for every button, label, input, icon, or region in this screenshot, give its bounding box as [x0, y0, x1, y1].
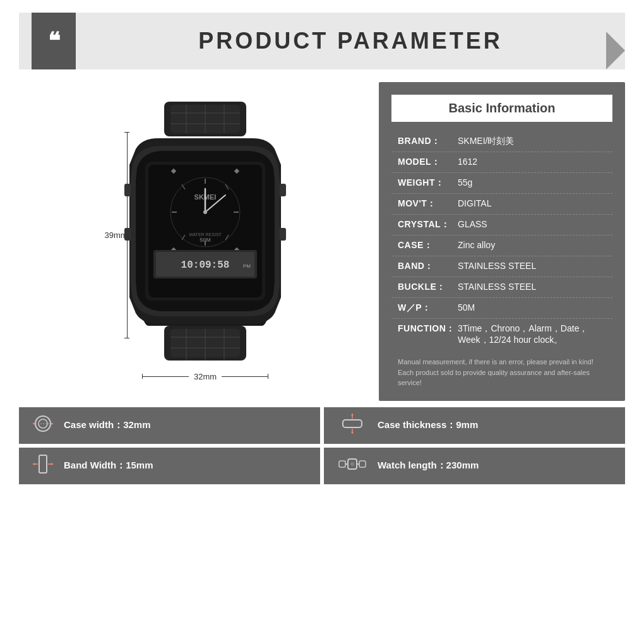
svg-marker-46 — [33, 422, 35, 425]
spec-value-5: Zinc alloy — [458, 240, 606, 250]
svg-rect-61 — [348, 459, 357, 469]
case-thickness-value: 9mm — [456, 419, 478, 430]
spec-label-5: CASE： — [398, 240, 458, 251]
case-width-bar: Case width：32mm — [19, 407, 320, 444]
watch-svg: SKMEI — [110, 102, 300, 367]
svg-rect-50 — [343, 420, 362, 427]
case-width-value: 32mm — [123, 419, 150, 430]
spec-row-6: BAND：STAINLESS STEEL — [391, 256, 612, 277]
svg-text:50M: 50M — [200, 237, 211, 243]
spec-label-7: BUCKLE： — [398, 282, 458, 293]
page-header: ❝ PRODUCT PARAMETER — [19, 13, 625, 69]
spec-label-0: BRAND： — [398, 136, 458, 147]
bottom-measurements: Case width：32mm Case thickness：9mm — [19, 407, 625, 484]
band-width-icon — [32, 453, 54, 479]
watch-length-label: Watch length： — [378, 460, 446, 470]
watch-length-icon — [337, 453, 368, 479]
svg-rect-60 — [339, 461, 345, 467]
svg-text:WATER RESIST: WATER RESIST — [189, 232, 222, 237]
spec-value-3: DIGITAL — [458, 198, 606, 208]
specs-panel: Basic Information BRAND：SKMEI/时刻美MODEL：1… — [379, 82, 625, 401]
svg-point-29 — [203, 210, 207, 214]
spec-row-0: BRAND：SKMEI/时刻美 — [391, 131, 612, 152]
case-width-icon — [32, 412, 54, 439]
spec-value-4: GLASS — [458, 219, 606, 229]
spec-row-3: MOV'T：DIGITAL — [391, 194, 612, 215]
case-thickness-icon — [337, 412, 368, 439]
spec-value-1: 1612 — [458, 157, 606, 167]
spec-row-2: WEIGHT：55g — [391, 173, 612, 194]
spec-row-5: CASE：Zinc alloy — [391, 236, 612, 256]
svg-point-65 — [351, 463, 354, 465]
svg-rect-62 — [359, 461, 366, 467]
spec-value-9: 3Time，Chrono，Alarm，Date，Week，12/24 hour … — [458, 323, 606, 346]
spec-row-7: BUCKLE：STAINLESS STEEL — [391, 277, 612, 298]
case-thickness-text: Case thickness：9mm — [378, 419, 478, 431]
spec-label-1: MODEL： — [398, 157, 458, 168]
spec-label-3: MOV'T： — [398, 198, 458, 210]
svg-marker-52 — [351, 414, 354, 415]
specs-note: Manual measurement, if there is an error… — [391, 357, 612, 388]
watch-section: 39mm — [19, 82, 366, 401]
spec-row-8: W／P：50M — [391, 298, 612, 319]
band-width-text: Band Width：15mm — [64, 460, 153, 472]
band-width-label: Band Width： — [64, 460, 126, 470]
specs-title: Basic Information — [391, 95, 612, 122]
svg-rect-55 — [39, 455, 47, 473]
band-width-value: 15mm — [126, 460, 153, 470]
spec-label-4: CRYSTAL： — [398, 219, 458, 230]
spec-label-8: W／P： — [398, 302, 458, 314]
svg-text:PM: PM — [243, 263, 251, 269]
spec-row-9: FUNCTION：3Time，Chrono，Alarm，Date，Week，12… — [391, 319, 612, 350]
spec-row-1: MODEL：1612 — [391, 152, 612, 173]
page-title: PRODUCT PARAMETER — [88, 28, 612, 54]
case-thickness-bar: Case thickness：9mm — [324, 407, 625, 444]
spec-value-2: 55g — [458, 177, 606, 188]
header-arrow-decoration — [606, 32, 625, 69]
svg-marker-48 — [51, 422, 53, 425]
case-thickness-label: Case thickness： — [378, 419, 456, 430]
spec-row-4: CRYSTAL：GLASS — [391, 215, 612, 236]
watch-length-value: 230mm — [446, 460, 479, 470]
main-content: 39mm — [19, 82, 625, 401]
watch-image: SKMEI — [110, 102, 300, 369]
spec-value-8: 50M — [458, 302, 606, 313]
spec-value-7: STAINLESS STEEL — [458, 282, 606, 292]
case-width-label: Case width： — [64, 419, 123, 430]
case-width-text: Case width：32mm — [64, 419, 151, 431]
spec-value-6: STAINLESS STEEL — [458, 261, 606, 271]
quote-icon: ❝ — [32, 13, 76, 69]
svg-text:10:09:58: 10:09:58 — [181, 259, 230, 271]
band-width-bar: Band Width：15mm — [19, 448, 320, 484]
svg-marker-54 — [351, 432, 354, 434]
watch-length-bar: Watch length：230mm — [324, 448, 625, 484]
svg-marker-59 — [51, 463, 53, 465]
spec-label-9: FUNCTION： — [398, 323, 458, 335]
watch-length-text: Watch length：230mm — [378, 460, 479, 472]
spec-label-2: WEIGHT： — [398, 177, 458, 189]
svg-marker-57 — [33, 463, 35, 465]
width-label: 32mm — [189, 372, 222, 381]
spec-label-6: BAND： — [398, 261, 458, 272]
spec-value-0: SKMEI/时刻美 — [458, 136, 606, 147]
